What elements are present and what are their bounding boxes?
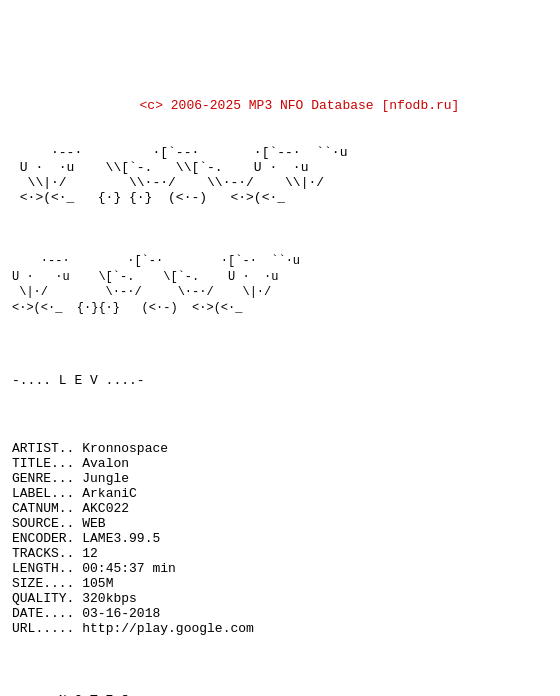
label-label: LABEL... xyxy=(12,486,74,501)
encoder-value: LAME3.99.5 xyxy=(82,531,160,546)
copyright-line: <c> 2006-2025 MP3 NFO Database [nfodb.ru… xyxy=(12,98,548,113)
separator-lev: -.... L E V ....- xyxy=(12,373,548,388)
date-label: DATE.... xyxy=(12,606,74,621)
quality-label: QUALITY. xyxy=(12,591,74,606)
genre-value: Jungle xyxy=(82,471,129,486)
title-label: TITLE... xyxy=(12,456,74,471)
url-label: URL..... xyxy=(12,621,74,636)
url-value: http://play.google.com xyxy=(82,621,254,636)
quality-value: 320kbps xyxy=(82,591,137,606)
genre-label: GENRE... xyxy=(12,471,74,486)
metadata-block: ARTIST.. Kronnospace TITLE... Avalon GEN… xyxy=(12,441,548,636)
length-label: LENGTH.. xyxy=(12,561,74,576)
size-value: 105M xyxy=(82,576,113,591)
ascii-art: ·--· ·[`--· ·[`--· ``·u U · ·u \\[`-. \\… xyxy=(12,145,548,205)
page-container: <c> 2006-2025 MP3 NFO Database [nfodb.ru… xyxy=(12,68,548,696)
source-label: SOURCE.. xyxy=(12,516,74,531)
catnum-value: AKC022 xyxy=(82,501,129,516)
artist-value: Kronnospace xyxy=(82,441,168,456)
source-value: WEB xyxy=(82,516,105,531)
length-value: 00:45:37 min xyxy=(82,561,176,576)
catnum-label: CATNUM.. xyxy=(12,501,74,516)
tracks-label: TRACKS.. xyxy=(12,546,74,561)
title-value: Avalon xyxy=(82,456,129,471)
label-value: ArkaniC xyxy=(82,486,137,501)
size-label: SIZE.... xyxy=(12,576,74,591)
encoder-label: ENCODER. xyxy=(12,531,74,546)
date-value: 03-16-2018 xyxy=(82,606,160,621)
ascii-logo: ·--· ·[`-· ·[`-· ``·u U · ·u \[`-. \[`-.… xyxy=(12,254,548,316)
tracks-value: 12 xyxy=(82,546,98,561)
artist-label: ARTIST.. xyxy=(12,441,74,456)
